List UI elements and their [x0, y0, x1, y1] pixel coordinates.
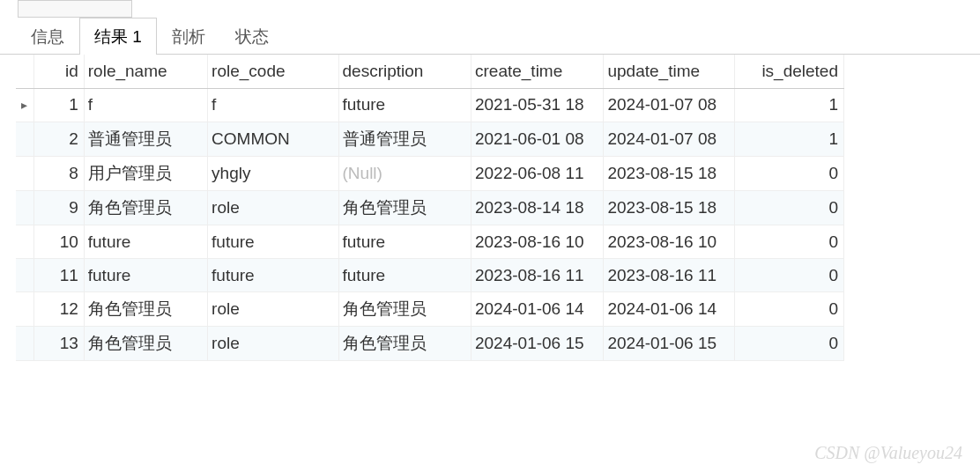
cell-role_code[interactable]: future [208, 225, 338, 259]
tab-result-1[interactable]: 结果 1 [79, 18, 157, 55]
cell-role_name[interactable]: 角色管理员 [84, 191, 207, 225]
cell-create_time[interactable]: 2024-01-06 15 [471, 327, 603, 361]
cell-id[interactable]: 1 [33, 89, 84, 122]
table-row[interactable]: 12角色管理员role角色管理员2024-01-06 142024-01-06 … [16, 292, 844, 327]
cell-description[interactable]: future [338, 259, 471, 292]
cell-description[interactable]: 角色管理员 [338, 292, 471, 327]
cell-update_time[interactable]: 2024-01-06 15 [604, 327, 734, 361]
cell-update_time[interactable]: 2023-08-16 10 [604, 225, 734, 259]
cell-role_name[interactable]: future [84, 225, 207, 259]
cell-is_deleted[interactable]: 0 [734, 327, 843, 361]
cell-create_time[interactable]: 2022-06-08 11 [471, 157, 603, 191]
cell-is_deleted[interactable]: 0 [734, 191, 843, 225]
cell-description[interactable]: 角色管理员 [338, 191, 471, 225]
cell-create_time[interactable]: 2023-08-16 11 [471, 259, 603, 292]
cell-description[interactable]: future [338, 89, 471, 122]
cell-role_code[interactable]: yhgly [208, 157, 338, 191]
cell-is_deleted[interactable]: 1 [734, 89, 843, 122]
table-row[interactable]: 13角色管理员role角色管理员2024-01-06 152024-01-06 … [16, 327, 844, 361]
cell-create_time[interactable]: 2024-01-06 14 [471, 292, 603, 327]
cell-update_time[interactable]: 2023-08-15 18 [604, 191, 734, 225]
row-gutter[interactable] [16, 259, 33, 292]
cell-role_code[interactable]: role [208, 327, 338, 361]
header-update-time[interactable]: update_time [604, 55, 734, 88]
table-row[interactable]: 10futurefuturefuture2023-08-16 102023-08… [16, 225, 844, 259]
table-header-row: id role_name role_code description creat… [16, 55, 844, 88]
cell-update_time[interactable]: 2024-01-07 08 [604, 122, 734, 157]
cell-is_deleted[interactable]: 1 [734, 122, 843, 157]
header-is-deleted[interactable]: is_deleted [734, 55, 843, 88]
cell-description[interactable]: (Null) [338, 157, 471, 191]
top-corner-cell [18, 0, 132, 18]
cell-role_code[interactable]: f [208, 89, 338, 122]
cell-create_time[interactable]: 2023-08-16 10 [471, 225, 603, 259]
tab-status[interactable]: 状态 [220, 18, 284, 55]
row-gutter[interactable] [16, 122, 33, 157]
row-gutter[interactable]: ▸ [16, 89, 33, 122]
cell-role_name[interactable]: future [84, 259, 207, 292]
row-gutter[interactable] [16, 292, 33, 327]
cell-id[interactable]: 9 [33, 191, 84, 225]
results-table[interactable]: id role_name role_code description creat… [16, 55, 980, 361]
cell-role_name[interactable]: 普通管理员 [84, 122, 207, 157]
cell-role_name[interactable]: 角色管理员 [84, 327, 207, 361]
cell-update_time[interactable]: 2023-08-16 11 [604, 259, 734, 292]
row-gutter[interactable] [16, 327, 33, 361]
result-tabs: 信息 结果 1 剖析 状态 [0, 18, 980, 55]
cell-description[interactable]: future [338, 225, 471, 259]
tab-info[interactable]: 信息 [16, 18, 79, 55]
cell-id[interactable]: 10 [33, 225, 84, 259]
cell-is_deleted[interactable]: 0 [734, 157, 843, 191]
cell-role_name[interactable]: 用户管理员 [84, 157, 207, 191]
table-row[interactable]: 9角色管理员role角色管理员2023-08-14 182023-08-15 1… [16, 191, 844, 225]
gutter-header [16, 55, 33, 88]
cell-id[interactable]: 11 [33, 259, 84, 292]
cell-create_time[interactable]: 2021-06-01 08 [471, 122, 603, 157]
cell-is_deleted[interactable]: 0 [734, 292, 843, 327]
header-create-time[interactable]: create_time [471, 55, 603, 88]
cell-update_time[interactable]: 2023-08-15 18 [604, 157, 734, 191]
row-gutter[interactable] [16, 157, 33, 191]
cell-role_code[interactable]: role [208, 191, 338, 225]
cell-id[interactable]: 13 [33, 327, 84, 361]
cell-id[interactable]: 8 [33, 157, 84, 191]
cell-update_time[interactable]: 2024-01-06 14 [604, 292, 734, 327]
cell-role_name[interactable]: 角色管理员 [84, 292, 207, 327]
watermark: CSDN @Valueyou24 [814, 443, 962, 463]
row-gutter[interactable] [16, 191, 33, 225]
row-gutter[interactable] [16, 225, 33, 259]
cell-id[interactable]: 12 [33, 292, 84, 327]
cell-description[interactable]: 普通管理员 [338, 122, 471, 157]
cell-role_name[interactable]: f [84, 89, 207, 122]
header-id[interactable]: id [33, 55, 84, 88]
header-role-code[interactable]: role_code [208, 55, 338, 88]
cell-update_time[interactable]: 2024-01-07 08 [604, 89, 734, 122]
cell-description[interactable]: 角色管理员 [338, 327, 471, 361]
header-description[interactable]: description [338, 55, 471, 88]
cell-role_code[interactable]: role [208, 292, 338, 327]
table-row[interactable]: 2普通管理员COMMON普通管理员2021-06-01 082024-01-07… [16, 122, 844, 157]
header-role-name[interactable]: role_name [84, 55, 207, 88]
cell-id[interactable]: 2 [33, 122, 84, 157]
tab-profile[interactable]: 剖析 [157, 18, 220, 55]
table-row[interactable]: 8用户管理员yhgly(Null)2022-06-08 112023-08-15… [16, 157, 844, 191]
table-row[interactable]: ▸1fffuture2021-05-31 182024-01-07 081 [16, 89, 844, 122]
cell-create_time[interactable]: 2021-05-31 18 [471, 89, 603, 122]
cell-is_deleted[interactable]: 0 [734, 259, 843, 292]
cell-role_code[interactable]: future [208, 259, 338, 292]
cell-role_code[interactable]: COMMON [208, 122, 338, 157]
cell-is_deleted[interactable]: 0 [734, 225, 843, 259]
cell-create_time[interactable]: 2023-08-14 18 [471, 191, 603, 225]
table-row[interactable]: 11futurefuturefuture2023-08-16 112023-08… [16, 259, 844, 292]
